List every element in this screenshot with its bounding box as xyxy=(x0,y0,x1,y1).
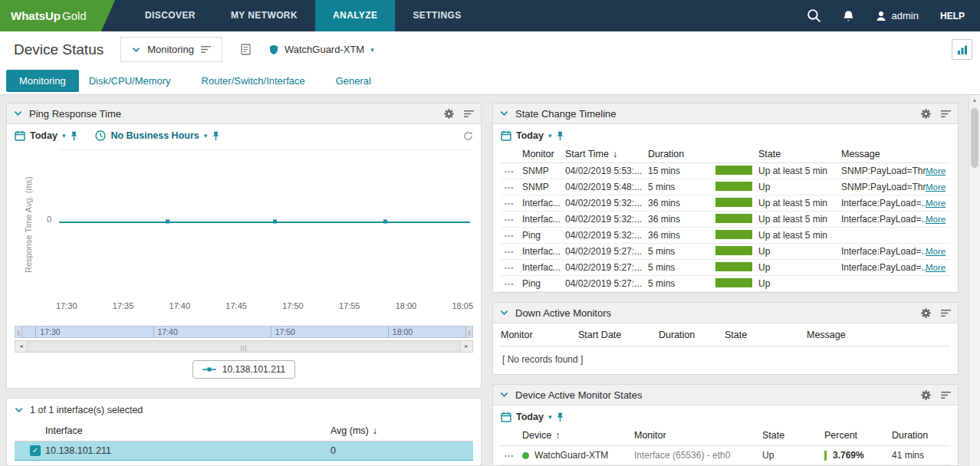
device-selector[interactable]: WatchGuard-XTM ▾ xyxy=(269,44,374,55)
collapse-chevron-icon[interactable] xyxy=(15,407,23,413)
col-avg-ms[interactable]: Avg (ms)↓ xyxy=(331,425,473,436)
help-link[interactable]: HELP xyxy=(940,11,965,21)
row-actions-icon[interactable]: ••• xyxy=(501,264,522,271)
gear-icon[interactable] xyxy=(921,109,931,119)
more-link[interactable]: More xyxy=(926,166,950,176)
col-message[interactable]: Message xyxy=(807,330,950,340)
scroll-right-icon[interactable]: ► xyxy=(460,341,472,352)
tab-monitoring[interactable]: Monitoring xyxy=(6,70,79,92)
interface-row-selected[interactable]: ✓ 10.138.101.211 0 xyxy=(15,441,473,461)
row-actions-icon[interactable]: ••• xyxy=(501,168,522,175)
date-range-filter[interactable]: Today xyxy=(30,130,58,141)
state-change-row[interactable]: ••• Ping 04/02/2019 5:27:... 5 mins Up xyxy=(501,276,950,292)
col-start-time[interactable]: Start Time↓ xyxy=(565,149,648,159)
caret-down-icon[interactable]: ▾ xyxy=(204,132,208,139)
col-state[interactable]: State xyxy=(758,149,841,159)
col-duration[interactable]: Duration xyxy=(659,330,725,340)
caret-down-icon[interactable]: ▾ xyxy=(62,132,66,139)
pin-icon[interactable] xyxy=(556,131,564,141)
state-change-row[interactable]: ••• Interfac... 04/02/2019 5:32:... 36 m… xyxy=(501,212,950,228)
row-actions-icon[interactable]: ••• xyxy=(501,452,522,459)
tab-general[interactable]: General xyxy=(336,70,371,92)
nav-my-network[interactable]: MY NETWORK xyxy=(213,0,315,31)
caret-down-icon[interactable]: ▾ xyxy=(548,132,552,139)
state-change-row[interactable]: ••• SNMP 04/02/2019 5:48:... 5 mins Up S… xyxy=(501,179,950,195)
collapse-chevron-icon[interactable] xyxy=(500,392,508,398)
scroll-up-icon[interactable]: ▲ xyxy=(969,95,980,106)
time-range-slider[interactable]: || 17:30 17:40 17:50 18:00 || xyxy=(15,326,473,338)
state-change-row[interactable]: ••• Ping 04/02/2019 5:32:... 36 mins Up … xyxy=(501,228,950,244)
nav-settings[interactable]: SETTINGS xyxy=(395,0,478,31)
state-change-row[interactable]: ••• Interfac... 04/02/2019 5:27:... 5 mi… xyxy=(501,260,950,276)
nav-discover[interactable]: DISCOVER xyxy=(127,0,213,31)
search-icon[interactable] xyxy=(807,8,821,23)
view-options-icon[interactable] xyxy=(201,45,211,54)
caret-down-icon[interactable]: ▾ xyxy=(548,413,552,421)
chart-h-scrollbar[interactable]: ◄ ||| ► xyxy=(15,340,473,353)
report-list-button[interactable] xyxy=(241,44,251,55)
legend-series-button[interactable]: 10.138.101.211 xyxy=(192,360,296,379)
scrollbar-thumb[interactable]: ||| xyxy=(28,341,460,352)
panel-header: Ping Response Time xyxy=(7,103,481,124)
tab-router-switch-interface[interactable]: Router/Switch/Interface xyxy=(202,70,305,92)
col-start-date[interactable]: Start Date xyxy=(578,330,659,340)
view-selector-tab[interactable]: Monitoring xyxy=(120,37,222,62)
more-link[interactable]: More xyxy=(926,215,950,224)
slider-left-handle[interactable]: || xyxy=(15,327,22,337)
device-state-row[interactable]: ••• WatchGuard-XTM Interface (65536) - e… xyxy=(501,446,950,465)
row-actions-icon[interactable]: ••• xyxy=(501,216,522,223)
vertical-scrollbar[interactable]: ▲ xyxy=(968,95,980,466)
col-device[interactable]: Device↑ xyxy=(522,430,634,441)
collapse-chevron-icon[interactable] xyxy=(14,110,22,116)
user-menu[interactable]: admin xyxy=(876,10,919,21)
scroll-left-icon[interactable]: ◄ xyxy=(15,341,28,352)
more-link[interactable]: More xyxy=(926,263,950,272)
slider-right-handle[interactable]: || xyxy=(465,327,472,337)
more-link[interactable]: More xyxy=(926,247,950,256)
gear-icon[interactable] xyxy=(921,308,931,318)
col-monitor[interactable]: Monitor xyxy=(634,430,762,441)
zoom-reset-icon[interactable] xyxy=(463,131,473,141)
slider-track[interactable]: 17:30 17:40 17:50 18:00 xyxy=(22,327,465,337)
col-percent[interactable]: Percent xyxy=(824,430,892,441)
panel-menu-icon[interactable] xyxy=(941,391,951,399)
row-actions-icon[interactable]: ••• xyxy=(501,184,522,191)
state-change-row[interactable]: ••• Interfac... 04/02/2019 5:32:... 36 m… xyxy=(501,195,950,212)
col-duration[interactable]: Duration xyxy=(648,149,715,159)
gear-icon[interactable] xyxy=(921,390,931,400)
panel-menu-icon[interactable] xyxy=(464,110,474,118)
notifications-bell-icon[interactable] xyxy=(843,10,854,22)
col-monitor[interactable]: Monitor xyxy=(501,330,578,340)
col-message[interactable]: Message xyxy=(841,149,926,159)
date-range-filter[interactable]: Today xyxy=(516,130,544,141)
pin-icon[interactable] xyxy=(556,412,564,422)
chart-view-button[interactable] xyxy=(952,39,972,60)
more-link[interactable]: More xyxy=(926,182,950,192)
pin-icon[interactable] xyxy=(70,131,78,141)
col-monitor[interactable]: Monitor xyxy=(522,149,565,159)
collapse-chevron-icon[interactable] xyxy=(500,310,508,316)
collapse-chevron-icon[interactable] xyxy=(500,110,508,116)
row-actions-icon[interactable]: ••• xyxy=(501,248,522,255)
row-actions-icon[interactable]: ••• xyxy=(501,281,522,287)
col-interface[interactable]: Interface xyxy=(45,425,331,436)
tab-disk-cpu-memory[interactable]: Disk/CPU/Memory xyxy=(89,70,171,92)
pin-icon[interactable] xyxy=(212,131,220,141)
interface-checkbox[interactable]: ✓ xyxy=(30,445,41,456)
col-state[interactable]: State xyxy=(725,330,807,340)
whatsup-gold-logo[interactable]: WhatsUp Gold xyxy=(0,0,115,31)
state-change-row[interactable]: ••• SNMP 04/02/2019 5:53:... 15 mins Up … xyxy=(501,163,950,179)
date-range-filter[interactable]: Today xyxy=(516,412,544,422)
panel-menu-icon[interactable] xyxy=(941,309,951,317)
more-link[interactable]: More xyxy=(926,199,950,208)
business-hours-filter[interactable]: No Business Hours xyxy=(110,130,199,141)
panel-menu-icon[interactable] xyxy=(941,110,951,118)
scrollbar-thumb[interactable] xyxy=(971,108,978,168)
gear-icon[interactable] xyxy=(444,109,454,119)
row-actions-icon[interactable]: ••• xyxy=(501,200,522,207)
row-actions-icon[interactable]: ••• xyxy=(501,232,522,239)
nav-analyze[interactable]: ANALYZE xyxy=(315,0,395,31)
state-change-row[interactable]: ••• Interfac... 04/02/2019 5:27:... 5 mi… xyxy=(501,244,950,260)
col-duration[interactable]: Duration xyxy=(892,430,950,441)
col-state[interactable]: State xyxy=(762,430,824,441)
